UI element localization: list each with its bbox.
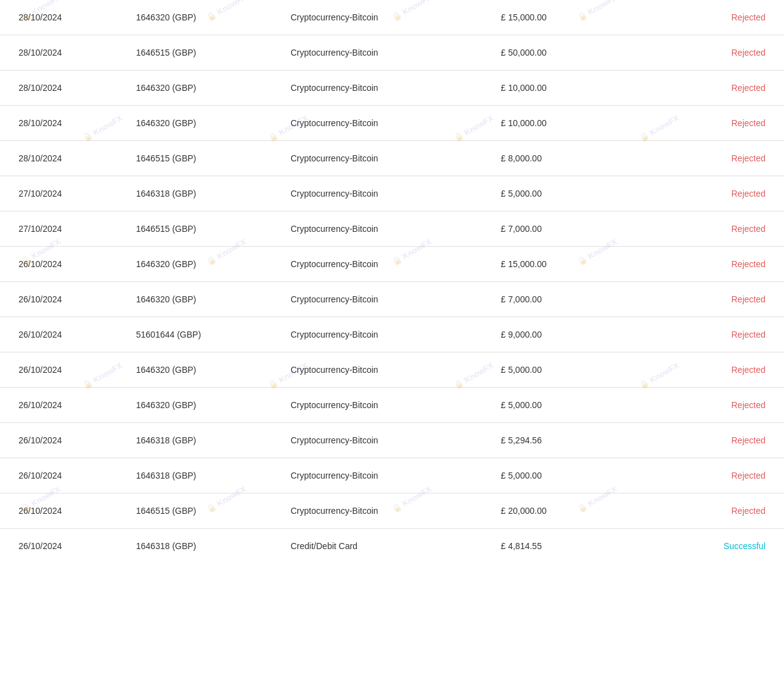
table-row: 27/10/2024 1646515 (GBP) Cryptocurrency-… — [0, 211, 784, 247]
table-row: 26/10/2024 1646320 (GBP) Cryptocurrency-… — [0, 352, 784, 388]
cell-amount: £ 20,000.00 — [488, 493, 643, 529]
cell-amount: £ 5,000.00 — [488, 176, 643, 211]
cell-account: 1646320 (GBP) — [124, 388, 278, 423]
cell-account: 1646320 (GBP) — [124, 106, 278, 141]
table-row: 28/10/2024 1646515 (GBP) Cryptocurrency-… — [0, 35, 784, 70]
cell-amount: £ 50,000.00 — [488, 35, 643, 70]
cell-account: 1646320 (GBP) — [124, 352, 278, 388]
cell-date: 26/10/2024 — [0, 493, 124, 529]
cell-account: 1646320 (GBP) — [124, 282, 278, 317]
cell-account: 51601644 (GBP) — [124, 317, 278, 352]
cell-status: Rejected — [643, 423, 784, 458]
cell-method: Cryptocurrency-Bitcoin — [278, 106, 488, 141]
cell-date: 26/10/2024 — [0, 317, 124, 352]
cell-amount: £ 10,000.00 — [488, 70, 643, 106]
cell-account: 1646318 (GBP) — [124, 529, 278, 564]
cell-date: 26/10/2024 — [0, 423, 124, 458]
cell-method: Credit/Debit Card — [278, 529, 488, 564]
cell-date: 28/10/2024 — [0, 141, 124, 176]
cell-method: Cryptocurrency-Bitcoin — [278, 458, 488, 493]
cell-date: 28/10/2024 — [0, 0, 124, 35]
transactions-table-container: 🔒 KnowFX🔒 KnowFX🔒 KnowFX🔒 KnowFX🔒 KnowFX… — [0, 0, 784, 563]
cell-amount: £ 5,294.56 — [488, 423, 643, 458]
cell-date: 26/10/2024 — [0, 388, 124, 423]
cell-status: Rejected — [643, 282, 784, 317]
cell-status: Rejected — [643, 211, 784, 247]
cell-status: Rejected — [643, 70, 784, 106]
cell-amount: £ 4,814.55 — [488, 529, 643, 564]
cell-date: 26/10/2024 — [0, 247, 124, 282]
transactions-table: 28/10/2024 1646320 (GBP) Cryptocurrency-… — [0, 0, 784, 563]
cell-amount: £ 5,000.00 — [488, 352, 643, 388]
cell-method: Cryptocurrency-Bitcoin — [278, 493, 488, 529]
cell-amount: £ 5,000.00 — [488, 388, 643, 423]
cell-account: 1646515 (GBP) — [124, 493, 278, 529]
table-row: 28/10/2024 1646320 (GBP) Cryptocurrency-… — [0, 70, 784, 106]
cell-status: Rejected — [643, 247, 784, 282]
cell-account: 1646515 (GBP) — [124, 35, 278, 70]
cell-account: 1646318 (GBP) — [124, 458, 278, 493]
cell-status: Rejected — [643, 106, 784, 141]
cell-amount: £ 10,000.00 — [488, 106, 643, 141]
table-row: 26/10/2024 1646318 (GBP) Cryptocurrency-… — [0, 458, 784, 493]
cell-amount: £ 8,000.00 — [488, 141, 643, 176]
table-row: 28/10/2024 1646320 (GBP) Cryptocurrency-… — [0, 106, 784, 141]
cell-date: 28/10/2024 — [0, 35, 124, 70]
cell-amount: £ 15,000.00 — [488, 247, 643, 282]
cell-date: 26/10/2024 — [0, 529, 124, 564]
cell-status: Rejected — [643, 458, 784, 493]
cell-status: Rejected — [643, 352, 784, 388]
cell-date: 26/10/2024 — [0, 458, 124, 493]
cell-method: Cryptocurrency-Bitcoin — [278, 423, 488, 458]
cell-method: Cryptocurrency-Bitcoin — [278, 282, 488, 317]
table-row: 28/10/2024 1646320 (GBP) Cryptocurrency-… — [0, 0, 784, 35]
cell-amount: £ 7,000.00 — [488, 282, 643, 317]
cell-method: Cryptocurrency-Bitcoin — [278, 388, 488, 423]
cell-date: 26/10/2024 — [0, 352, 124, 388]
cell-amount: £ 7,000.00 — [488, 211, 643, 247]
cell-amount: £ 15,000.00 — [488, 0, 643, 35]
cell-status: Rejected — [643, 388, 784, 423]
cell-account: 1646320 (GBP) — [124, 70, 278, 106]
cell-status: Rejected — [643, 35, 784, 70]
cell-account: 1646515 (GBP) — [124, 211, 278, 247]
cell-amount: £ 9,000.00 — [488, 317, 643, 352]
table-row: 26/10/2024 1646320 (GBP) Cryptocurrency-… — [0, 247, 784, 282]
table-row: 26/10/2024 51601644 (GBP) Cryptocurrency… — [0, 317, 784, 352]
cell-account: 1646320 (GBP) — [124, 0, 278, 35]
cell-method: Cryptocurrency-Bitcoin — [278, 211, 488, 247]
cell-method: Cryptocurrency-Bitcoin — [278, 141, 488, 176]
table-row: 26/10/2024 1646515 (GBP) Cryptocurrency-… — [0, 493, 784, 529]
cell-method: Cryptocurrency-Bitcoin — [278, 0, 488, 35]
cell-method: Cryptocurrency-Bitcoin — [278, 317, 488, 352]
cell-method: Cryptocurrency-Bitcoin — [278, 352, 488, 388]
cell-status: Rejected — [643, 493, 784, 529]
cell-status: Rejected — [643, 176, 784, 211]
cell-method: Cryptocurrency-Bitcoin — [278, 70, 488, 106]
cell-method: Cryptocurrency-Bitcoin — [278, 35, 488, 70]
table-row: 28/10/2024 1646515 (GBP) Cryptocurrency-… — [0, 141, 784, 176]
cell-method: Cryptocurrency-Bitcoin — [278, 247, 488, 282]
cell-date: 28/10/2024 — [0, 70, 124, 106]
table-row: 26/10/2024 1646320 (GBP) Cryptocurrency-… — [0, 282, 784, 317]
cell-amount: £ 5,000.00 — [488, 458, 643, 493]
cell-account: 1646515 (GBP) — [124, 141, 278, 176]
table-row: 27/10/2024 1646318 (GBP) Cryptocurrency-… — [0, 176, 784, 211]
table-row: 26/10/2024 1646318 (GBP) Cryptocurrency-… — [0, 423, 784, 458]
cell-status: Rejected — [643, 141, 784, 176]
cell-status: Successful — [643, 529, 784, 564]
cell-status: Rejected — [643, 0, 784, 35]
table-row: 26/10/2024 1646318 (GBP) Credit/Debit Ca… — [0, 529, 784, 564]
cell-method: Cryptocurrency-Bitcoin — [278, 176, 488, 211]
cell-account: 1646318 (GBP) — [124, 423, 278, 458]
table-row: 26/10/2024 1646320 (GBP) Cryptocurrency-… — [0, 388, 784, 423]
cell-account: 1646320 (GBP) — [124, 247, 278, 282]
cell-date: 27/10/2024 — [0, 176, 124, 211]
cell-account: 1646318 (GBP) — [124, 176, 278, 211]
cell-status: Rejected — [643, 317, 784, 352]
cell-date: 26/10/2024 — [0, 282, 124, 317]
cell-date: 28/10/2024 — [0, 106, 124, 141]
cell-date: 27/10/2024 — [0, 211, 124, 247]
